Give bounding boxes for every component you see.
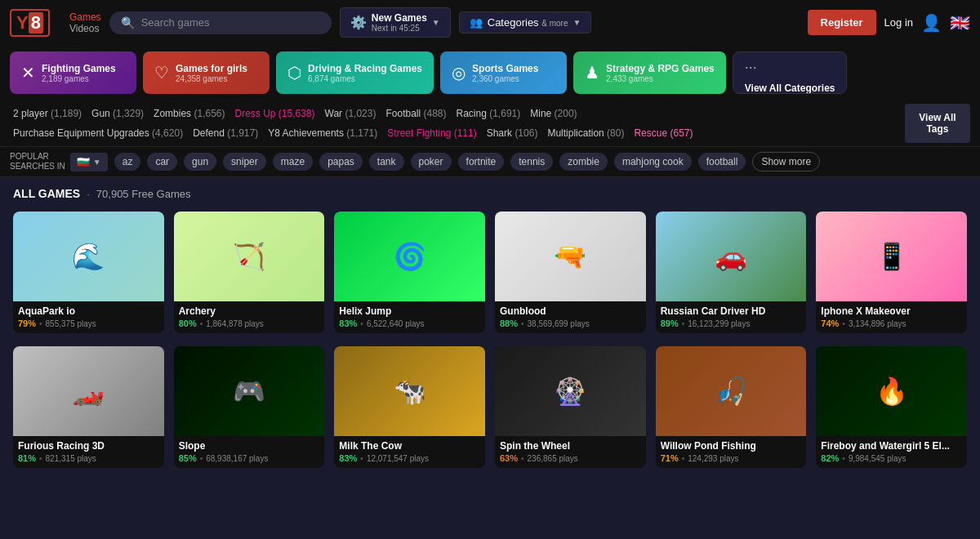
nav-videos-link[interactable]: Videos	[69, 23, 101, 34]
game-thumb-archery: 🏹	[174, 212, 325, 301]
game-rating-archery: 80%	[179, 318, 197, 328]
search-pill-zombie[interactable]: zombie	[559, 153, 608, 171]
game-plays-furious: 821,315 plays	[46, 454, 96, 463]
tag-street-fighting[interactable]: Street Fighting (111)	[384, 126, 479, 140]
category-sports[interactable]: ◎ Sports Games 2,360 games	[440, 51, 567, 94]
game-rating-gunblood: 88%	[500, 318, 518, 328]
tag-rescue[interactable]: Rescue (657)	[630, 126, 696, 140]
search-pill-football[interactable]: football	[698, 153, 746, 171]
view-all-tags-button[interactable]: View All Tags	[905, 104, 970, 143]
game-name-russian: Russian Car Driver HD	[661, 305, 802, 317]
game-thumb-gunblood: 🔫	[495, 212, 646, 301]
game-thumb-fireboy: 🔥	[816, 346, 967, 436]
tag-football[interactable]: Football (488)	[382, 106, 449, 121]
search-pill-gun[interactable]: gun	[184, 153, 216, 171]
game-thumb-russian: 🚗	[656, 212, 807, 301]
login-button[interactable]: Log in	[884, 16, 913, 29]
game-card-furious[interactable]: 🏎️ Furious Racing 3D 81% • 821,315 plays	[13, 346, 164, 468]
sports-label: Sports Games	[472, 63, 538, 74]
nav-links: Games Videos	[69, 11, 101, 34]
game-rating-aquapark: 79%	[18, 318, 36, 328]
search-pill-tennis[interactable]: tennis	[510, 153, 553, 171]
game-grid-row1: 🌊 AquaPark io 79% • 855,375 plays 🏹 Arch…	[0, 205, 980, 346]
tag-war[interactable]: War (1,023)	[322, 106, 380, 121]
view-all-label: View All Categories	[745, 82, 835, 94]
game-card-gunblood[interactable]: 🔫 Gunblood 88% • 38,569,699 plays	[495, 212, 646, 333]
tag-shark[interactable]: Shark (106)	[483, 126, 541, 140]
search-pill-poker[interactable]: poker	[411, 153, 452, 171]
game-card-slope[interactable]: 🎮 Slope 85% • 68,938,167 plays	[174, 346, 325, 468]
chevron-down-icon: ▼	[432, 18, 440, 27]
search-pill-fortnite[interactable]: fortnite	[458, 153, 505, 171]
search-pill-papas[interactable]: papas	[319, 153, 363, 171]
tag-zombies[interactable]: Zombies (1,656)	[150, 106, 228, 121]
tag-racing[interactable]: Racing (1,691)	[453, 106, 524, 121]
game-card-fireboy[interactable]: 🔥 Fireboy and Watergirl 5 El... 82% • 9,…	[816, 346, 967, 468]
game-thumb-milk: 🐄	[334, 346, 485, 436]
nav-games-link[interactable]: Games	[69, 11, 101, 23]
game-plays-archery: 1,864,878 plays	[206, 319, 264, 328]
logo[interactable]: Y 8	[10, 9, 50, 37]
categories-strip: ✕ Fighting Games 2,189 games ♡ Games for…	[0, 45, 980, 100]
game-card-russian[interactable]: 🚗 Russian Car Driver HD 89% • 16,123,299…	[656, 212, 807, 333]
header: Y 8 Games Videos 🔍 ⚙️ New Games Next in …	[0, 0, 980, 45]
game-name-aquapark: AquaPark io	[18, 305, 159, 317]
game-card-aquapark[interactable]: 🌊 AquaPark io 79% • 855,375 plays	[13, 212, 164, 333]
categories-icon: 👥	[470, 16, 483, 29]
new-games-button[interactable]: ⚙️ New Games Next in 45:25 ▼	[340, 7, 451, 38]
settings-icon: ⚙️	[350, 15, 367, 30]
categories-button[interactable]: 👥 Categories & more ▼	[459, 11, 592, 33]
category-girls[interactable]: ♡ Games for girls 24,358 games	[143, 51, 270, 94]
search-pill-sniper[interactable]: sniper	[223, 153, 266, 171]
category-fighting[interactable]: ✕ Fighting Games 2,189 games	[10, 51, 136, 94]
search-pill-az[interactable]: az	[114, 153, 141, 171]
register-button[interactable]: Register	[808, 10, 876, 35]
tag-gun[interactable]: Gun (1,329)	[88, 106, 147, 121]
show-more-button[interactable]: Show more	[752, 152, 820, 172]
racing-label: Driving & Racing Games	[308, 63, 422, 74]
search-bar: 🔍	[109, 11, 332, 34]
country-selector[interactable]: 🇧🇬 ▼	[70, 153, 108, 172]
search-pill-mahjong[interactable]: mahjong cook	[614, 153, 692, 171]
search-pill-maze[interactable]: maze	[273, 153, 313, 171]
game-thumb-furious: 🏎️	[13, 346, 164, 436]
game-name-furious: Furious Racing 3D	[18, 440, 159, 452]
game-card-willow[interactable]: 🎣 Willow Pond Fishing 71% • 124,293 play…	[656, 346, 807, 468]
bullet: ·	[87, 188, 90, 200]
game-thumb-willow: 🎣	[656, 346, 807, 436]
game-card-archery[interactable]: 🏹 Archery 80% • 1,864,878 plays	[174, 212, 325, 333]
game-thumb-slope: 🎮	[174, 346, 325, 436]
category-racing[interactable]: ⬡ Driving & Racing Games 6,874 games	[276, 51, 434, 94]
search-pill-car[interactable]: car	[147, 153, 177, 171]
category-strategy[interactable]: ♟ Strategy & RPG Games 2,433 games	[573, 51, 726, 94]
tag-defend[interactable]: Defend (1,917)	[189, 126, 261, 140]
tag-multiplication[interactable]: Multiplication (80)	[544, 126, 627, 140]
game-card-helix[interactable]: 🌀 Helix Jump 83% • 6,522,640 plays	[334, 212, 485, 333]
chevron-down-icon-3: ▼	[93, 158, 101, 167]
tag-mine[interactable]: Mine (200)	[527, 106, 580, 121]
game-thumb-spin: 🎡	[495, 346, 646, 436]
search-input[interactable]	[141, 16, 320, 29]
girls-icon: ♡	[154, 63, 169, 82]
sports-count: 2,360 games	[472, 74, 538, 83]
flag-icon[interactable]: 🇬🇧	[950, 13, 970, 33]
tag-dress-up[interactable]: Dress Up (15,638)	[232, 106, 318, 121]
view-all-categories[interactable]: ··· View All Categories 12 categories	[733, 51, 848, 94]
game-card-milk[interactable]: 🐄 Milk The Cow 83% • 12,071,547 plays	[334, 346, 485, 468]
game-plays-aquapark: 855,375 plays	[46, 319, 96, 328]
user-icon[interactable]: 👤	[921, 13, 942, 33]
game-card-spin[interactable]: 🎡 Spin the Wheel 63% • 236,865 plays	[495, 346, 646, 468]
tag-2player[interactable]: 2 player (1,189)	[10, 106, 85, 121]
tag-purchase[interactable]: Purchase Equipment Upgrades (4,620)	[10, 126, 186, 140]
fighting-count: 2,189 games	[42, 74, 116, 83]
tag-y8achievements[interactable]: Y8 Achievements (1,171)	[265, 126, 381, 140]
fighting-icon: ✕	[21, 63, 35, 82]
game-rating-fireboy: 82%	[821, 453, 839, 463]
popular-label: POPULAR SEARCHES IN	[10, 152, 65, 172]
game-thumb-iphone: 📱	[816, 212, 967, 301]
search-pill-tank[interactable]: tank	[369, 153, 404, 171]
tags-row-2: Purchase Equipment Upgrades (4,620) Defe…	[10, 123, 902, 143]
popular-searches-row: POPULAR SEARCHES IN 🇧🇬 ▼ az car gun snip…	[0, 147, 980, 177]
game-name-archery: Archery	[179, 305, 320, 317]
game-card-iphone[interactable]: 📱 Iphone X Makeover 74% • 3,134,896 play…	[816, 212, 967, 333]
